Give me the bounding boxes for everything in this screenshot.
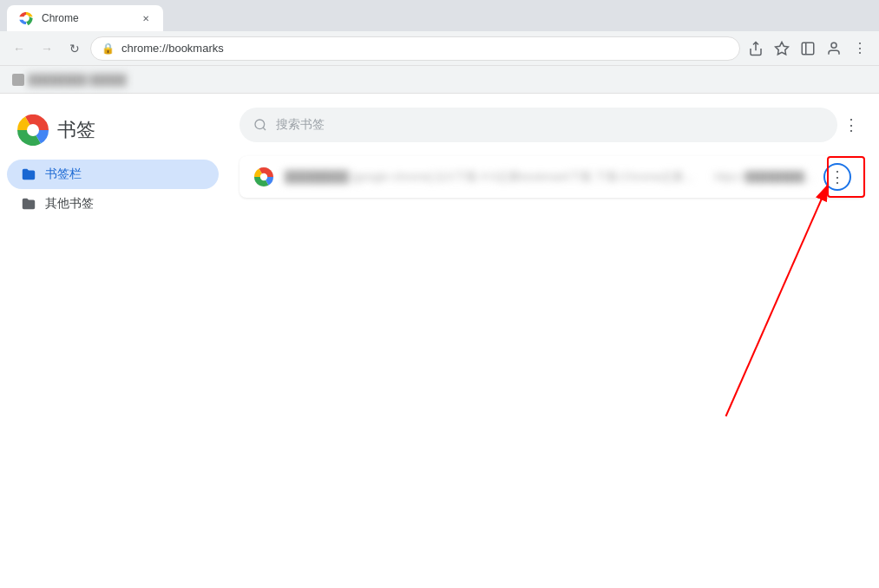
- sidebar: 书签 书签栏 其他书签: [0, 94, 226, 588]
- address-text: chrome://bookmarks: [121, 42, 224, 55]
- address-bar[interactable]: 🔒 chrome://bookmarks: [90, 36, 740, 61]
- entry-title: ████████ [google chrome] 以X下载·✕X总量bookma…: [285, 169, 704, 185]
- bookmarks-bar-favicon[interactable]: ████████ █████: [7, 72, 132, 88]
- reload-button[interactable]: ↻: [62, 36, 87, 61]
- main-more-button[interactable]: ⋮: [837, 111, 865, 139]
- search-icon: [253, 118, 267, 132]
- sidebar-header: 书签: [7, 108, 219, 153]
- tab-strip-button[interactable]: [796, 36, 820, 61]
- browser-frame: Chrome ✕ ← → ↻ 🔒 chrome://bookmarks ⋮: [0, 0, 879, 588]
- svg-marker-2: [776, 42, 789, 54]
- tab-favicon: [17, 10, 35, 27]
- bookmark-bar-label: ████████ █████: [28, 74, 127, 86]
- entry-more-button[interactable]: ⋮: [823, 163, 851, 191]
- tab-title: Chrome: [42, 12, 79, 24]
- sidebar-item-label-bookmarks-bar: 书签栏: [45, 167, 82, 182]
- entry-url: https://████████...: [714, 171, 813, 183]
- svg-point-1: [24, 16, 29, 21]
- svg-point-11: [260, 173, 267, 180]
- bookmark-bar-favicon-icon: [12, 74, 24, 86]
- svg-line-9: [263, 127, 266, 130]
- lock-icon: 🔒: [102, 42, 115, 55]
- bookmarks-bar-strip: ████████ █████: [0, 66, 879, 94]
- svg-line-13: [726, 184, 829, 416]
- nav-bar: ← → ↻ 🔒 chrome://bookmarks ⋮: [0, 31, 879, 66]
- search-placeholder: 搜索书签: [276, 117, 325, 133]
- more-options-button[interactable]: ⋮: [848, 36, 872, 61]
- sidebar-item-other-bookmarks[interactable]: 其他书签: [7, 189, 219, 219]
- bookmark-entry[interactable]: ████████ [google chrome] 以X下载·✕X总量bookma…: [239, 156, 865, 198]
- share-button[interactable]: [744, 36, 768, 61]
- tab-bar: Chrome ✕: [0, 0, 879, 31]
- chrome-logo: [17, 114, 49, 146]
- svg-point-5: [831, 42, 836, 48]
- svg-point-7: [27, 124, 39, 136]
- search-box[interactable]: 搜索书签: [239, 108, 837, 142]
- folder-icon-other: [21, 196, 36, 212]
- search-bar-row: 搜索书签 ⋮: [239, 108, 865, 142]
- svg-rect-3: [802, 42, 814, 55]
- back-button[interactable]: ←: [7, 36, 31, 61]
- content-area: 书签 书签栏 其他书签: [0, 94, 879, 588]
- svg-point-8: [255, 120, 265, 129]
- entry-favicon: [253, 167, 274, 187]
- bookmark-star-button[interactable]: [770, 36, 794, 61]
- sidebar-title: 书签: [57, 117, 95, 143]
- nav-right-buttons: ⋮: [744, 36, 872, 61]
- annotation-arrow: [239, 156, 865, 460]
- sidebar-item-bookmarks-bar[interactable]: 书签栏: [7, 160, 219, 189]
- folder-icon-bookmarks-bar: [21, 167, 36, 182]
- main-content: 搜索书签 ⋮ ████████ [google chrome] 以X下载·✕X总…: [226, 94, 879, 588]
- profile-button[interactable]: [822, 36, 846, 61]
- sidebar-item-label-other-bookmarks: 其他书签: [45, 196, 94, 212]
- tab-close-button[interactable]: ✕: [139, 11, 153, 25]
- active-tab[interactable]: Chrome ✕: [7, 5, 163, 31]
- bookmark-entry-container: ████████ [google chrome] 以X下载·✕X总量bookma…: [239, 156, 865, 198]
- forward-button[interactable]: →: [35, 36, 59, 61]
